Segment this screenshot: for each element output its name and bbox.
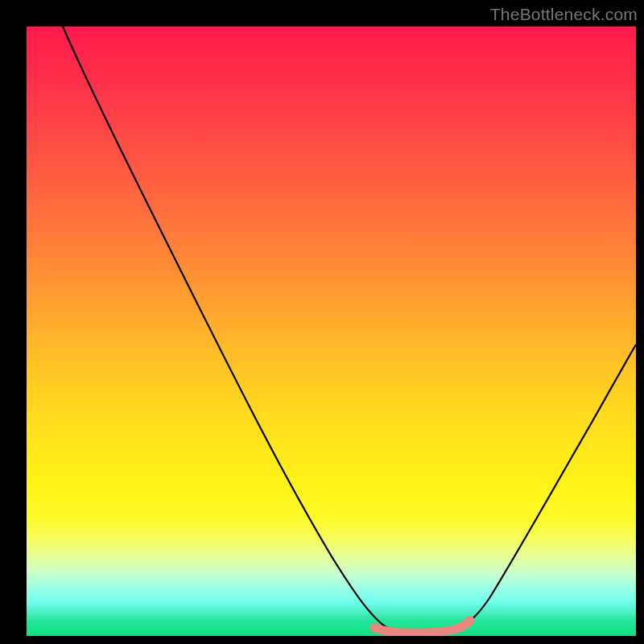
- chart-plot-area: [27, 27, 636, 636]
- chart-frame: TheBottleneck.com: [0, 0, 644, 644]
- optimal-range-band: [374, 621, 470, 634]
- curve-path: [63, 27, 636, 633]
- watermark-text: TheBottleneck.com: [490, 5, 638, 24]
- bottleneck-curve: [27, 27, 636, 636]
